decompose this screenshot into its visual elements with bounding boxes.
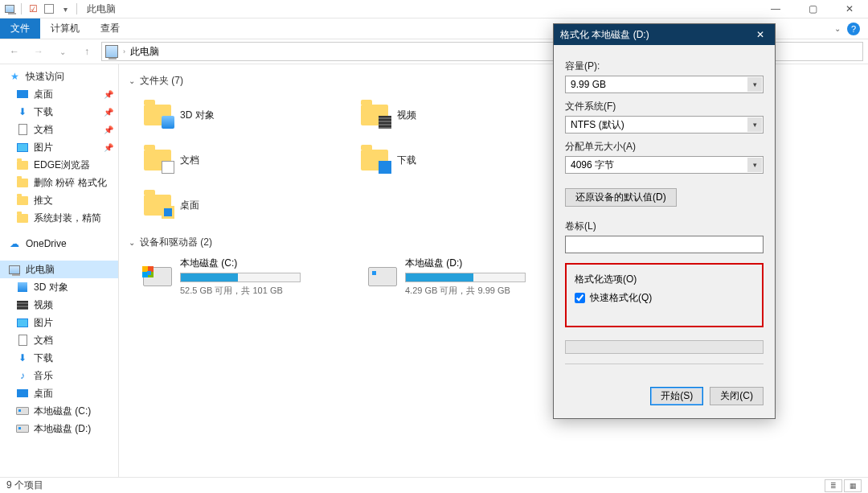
pc-icon [8,263,21,276]
chevron-down-icon: ⌄ [129,76,135,85]
downloads-folder-icon [360,146,389,175]
allocation-label: 分配单元大小(A) [565,140,764,154]
start-button[interactable]: 开始(S) [650,387,703,405]
sidebar-pc-drivec[interactable]: 本地磁盘 (C:) [0,402,118,420]
sidebar-pc-video[interactable]: 视频 [0,296,118,314]
document-icon [16,123,29,136]
dropdown-icon: ▾ [747,77,762,92]
sidebar-thispc[interactable]: 此电脑 [0,261,118,278]
help-icon[interactable]: ? [847,23,860,35]
drive-c-icon [143,262,172,291]
close-button[interactable]: ✕ [831,0,868,18]
tab-file[interactable]: 文件 [0,18,40,39]
format-options-label: 格式化选项(O) [575,273,754,286]
music-icon: ♪ [16,369,29,382]
drive-d-usage-bar [405,273,526,282]
docs-folder-icon [143,146,172,175]
sidebar-item-documents[interactable]: 文档📌 [0,121,118,138]
capacity-label: 容量(P): [565,60,764,73]
folder-icon [16,194,29,207]
breadcrumb-sep-icon: › [123,47,125,55]
folder-tile-desktop[interactable]: 桌面 [143,184,328,226]
close-dialog-button[interactable]: 关闭(C) [710,387,764,405]
sidebar-quick-access[interactable]: ★快速访问 [0,68,118,85]
drive-d-icon [368,262,397,291]
sidebar-item-delete[interactable]: 删除 粉碎 格式化 [0,174,118,191]
sidebar-item-tweets[interactable]: 推文 [0,191,118,209]
quick-format-input[interactable] [575,293,585,303]
sidebar-pc-desktop[interactable]: 桌面 [0,384,118,402]
folder-tile-3d[interactable]: 3D 对象 [143,94,328,136]
picture-icon [16,316,29,329]
sidebar-item-sysprep[interactable]: 系统封装，精简 [0,209,118,227]
desktop-icon [16,387,29,400]
download-icon: ⬇ [16,351,29,364]
folder-tile-downloads[interactable]: 下载 [360,139,545,181]
video-folder-icon [360,101,389,129]
format-progress [565,340,764,354]
sidebar-onedrive[interactable]: ☁OneDrive [0,235,118,253]
status-bar: 9 个项目 ≣ ▦ [0,477,868,493]
dropdown-icon: ▾ [747,158,762,172]
maximize-button[interactable]: ▢ [794,0,831,18]
sidebar-item-edge[interactable]: EDGE浏览器 [0,156,118,174]
dialog-titlebar[interactable]: 格式化 本地磁盘 (D:) ✕ [554,24,775,45]
download-icon: ⬇ [16,105,29,118]
dropdown-icon: ▾ [747,117,762,132]
forward-button[interactable]: → [29,42,48,61]
view-details-button[interactable]: ≣ [825,479,842,492]
filesystem-select[interactable]: NTFS (默认)▾ [565,116,764,134]
allocation-select[interactable]: 4096 字节▾ [565,156,764,174]
checkbox-qat-icon[interactable]: ☑ [27,2,39,15]
history-dropdown[interactable]: ⌄ [53,42,72,61]
sidebar-pc-pictures[interactable]: 图片 [0,314,118,331]
format-dialog: 格式化 本地磁盘 (D:) ✕ 容量(P): 9.99 GB▾ 文件系统(F) … [553,23,776,419]
sidebar-pc-drived[interactable]: 本地磁盘 (D:) [0,420,118,438]
drive-icon [16,422,29,435]
star-icon: ★ [8,70,21,83]
drive-tile-c[interactable]: 本地磁盘 (C:) 52.5 GB 可用，共 101 GB [143,256,336,298]
sidebar-item-desktop[interactable]: 桌面📌 [0,85,118,103]
folder-icon [16,212,29,224]
filesystem-label: 文件系统(F) [565,100,764,113]
view-tiles-button[interactable]: ▦ [844,479,862,492]
pin-icon: 📌 [104,90,113,99]
desktop-folder-icon [143,191,172,220]
ribbon-collapse-icon[interactable]: ⌄ [834,24,841,33]
window-title: 此电脑 [87,2,116,16]
volume-input[interactable] [565,236,764,253]
tab-view[interactable]: 查看 [90,18,130,39]
capacity-select[interactable]: 9.99 GB▾ [565,76,764,93]
qat-dropdown-icon[interactable]: ▾ [59,2,72,15]
restore-defaults-button[interactable]: 还原设备的默认值(D) [565,188,677,207]
tab-computer[interactable]: 计算机 [40,18,90,39]
drive-tile-d[interactable]: 本地磁盘 (D:) 4.29 GB 可用，共 9.99 GB [368,256,561,298]
sidebar-pc-3d[interactable]: 3D 对象 [0,278,118,296]
pin-icon: 📌 [104,108,113,117]
minimize-button[interactable]: — [757,0,794,18]
quick-format-checkbox[interactable]: 快速格式化(Q) [575,291,754,305]
sidebar-item-downloads[interactable]: ⬇下载📌 [0,103,118,121]
sidebar-item-pictures[interactable]: 图片📌 [0,138,118,156]
video-icon [16,298,29,311]
desktop-icon [16,88,29,101]
pin-icon: 📌 [104,125,113,134]
up-button[interactable]: ↑ [77,42,96,61]
window-titlebar: ☑ ▾ 此电脑 — ▢ ✕ [0,0,868,18]
sidebar-pc-music[interactable]: ♪音乐 [0,367,118,384]
folder-tile-docs[interactable]: 文档 [143,139,328,181]
picture-icon [16,141,29,154]
document-icon [16,334,29,347]
back-button[interactable]: ← [5,42,24,61]
folder-tile-video[interactable]: 视频 [360,94,545,136]
dialog-close-button[interactable]: ✕ [752,27,768,43]
status-text: 9 个项目 [6,479,43,492]
sidebar-pc-downloads[interactable]: ⬇下载 [0,349,118,367]
3d-icon [16,281,29,294]
properties-qat-icon[interactable] [43,2,55,15]
sidebar-pc-docs[interactable]: 文档 [0,331,118,349]
volume-label: 卷标(L) [565,220,764,233]
folder-icon [16,176,29,189]
address-pc-icon [105,45,118,58]
pc-small-icon [3,2,16,15]
